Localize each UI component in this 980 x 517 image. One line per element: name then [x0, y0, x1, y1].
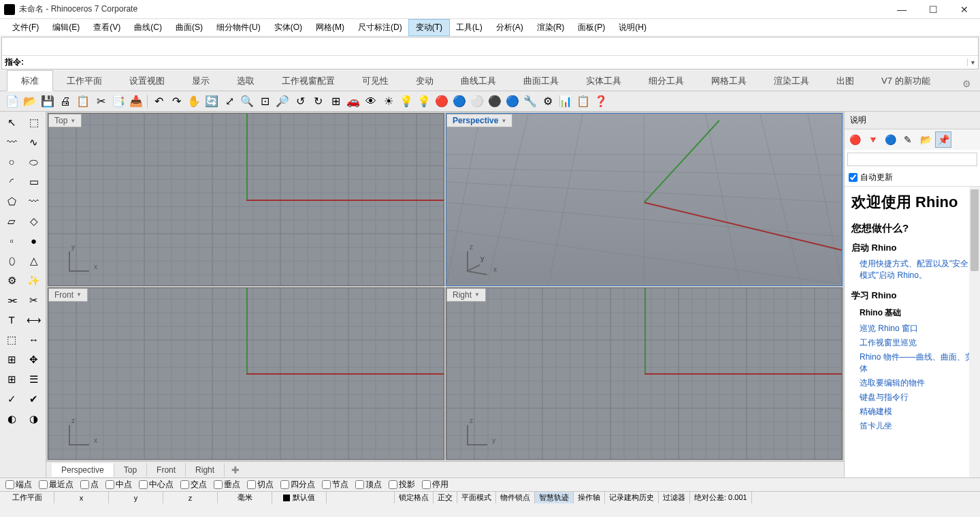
tool-tab[interactable]: 选取: [223, 71, 268, 91]
menu-item[interactable]: 曲线(C): [127, 20, 169, 35]
tool-tab[interactable]: 显示: [178, 71, 223, 91]
command-history[interactable]: [2, 37, 978, 55]
viewport-front[interactable]: Front ▼ z x: [48, 287, 444, 460]
help-search-input[interactable]: [847, 153, 977, 166]
redo-view-icon[interactable]: ↻: [310, 93, 326, 110]
viewport-top[interactable]: Top ▼ y x: [48, 113, 444, 286]
osnap-item[interactable]: 垂点: [214, 479, 240, 490]
lasso-icon[interactable]: ⬚: [24, 113, 44, 131]
osnap-item[interactable]: 最近点: [39, 479, 74, 490]
help-circle-icon[interactable]: 🔴: [847, 132, 862, 147]
help-link-start[interactable]: 使用快捷方式、配置以及"安全模式"启动 Rhino。: [851, 257, 973, 283]
help-link[interactable]: 精确建模: [851, 405, 973, 419]
viewport-perspective[interactable]: Perspective ▼ z x y: [446, 113, 843, 286]
osnap-checkbox[interactable]: [355, 480, 364, 489]
menu-item[interactable]: 网格(M): [309, 20, 351, 35]
help-pen-icon[interactable]: ✎: [900, 132, 915, 147]
status-x[interactable]: x: [54, 492, 109, 503]
view-tab[interactable]: Perspective: [52, 463, 114, 477]
explode-icon[interactable]: ✨: [24, 271, 44, 289]
menu-item[interactable]: 尺寸标注(D): [351, 20, 409, 35]
add-view-tab-button[interactable]: ✚: [225, 463, 246, 477]
material-icon[interactable]: 🔵: [451, 93, 468, 110]
curve-icon[interactable]: ∿: [24, 133, 44, 151]
auto-update-row[interactable]: 自动更新: [845, 169, 980, 187]
status-units[interactable]: 毫米: [218, 492, 272, 503]
arc-icon[interactable]: ◜: [1, 172, 22, 191]
environment-icon[interactable]: 🔵: [504, 93, 521, 110]
osnap-item[interactable]: 节点: [322, 479, 348, 490]
cone-icon[interactable]: △: [24, 251, 44, 270]
tool-tab[interactable]: 工作视窗配置: [268, 71, 348, 91]
tabstrip-settings-icon[interactable]: ⚙: [960, 77, 973, 91]
tool-tab[interactable]: 实体工具: [572, 71, 635, 91]
view-tab[interactable]: Top: [114, 463, 147, 477]
box-icon[interactable]: ▫: [1, 232, 22, 250]
help-icon[interactable]: ❓: [593, 93, 609, 110]
osnap-checkbox[interactable]: [80, 480, 89, 489]
bulb-icon[interactable]: 💡: [416, 93, 432, 110]
sphere2-icon[interactable]: ⚫: [487, 93, 503, 110]
help-folder-icon[interactable]: 📂: [918, 132, 933, 147]
print-icon[interactable]: 🖨: [57, 93, 74, 110]
osnap-item[interactable]: 投影: [389, 479, 415, 490]
move-icon[interactable]: ✥: [24, 350, 44, 369]
status-z[interactable]: z: [163, 492, 218, 503]
render-icon[interactable]: 🔴: [434, 93, 450, 110]
help-link[interactable]: 笛卡儿坐: [851, 419, 973, 433]
status-toggle[interactable]: 锁定格点: [395, 492, 434, 503]
help-scrollbar[interactable]: [969, 187, 980, 477]
tool-tab[interactable]: 变动: [402, 71, 447, 91]
osnap-checkbox[interactable]: [139, 480, 148, 489]
polygon-icon[interactable]: ⬠: [1, 192, 22, 210]
menu-item[interactable]: 渲染(R): [530, 20, 572, 35]
status-toggle[interactable]: 智慧轨迹: [535, 492, 574, 503]
undo-view-icon[interactable]: ↺: [292, 93, 308, 110]
paste-icon[interactable]: 📥: [128, 93, 144, 110]
open-icon[interactable]: 📂: [22, 93, 38, 110]
viewport-label-right[interactable]: Right ▼: [446, 288, 486, 302]
sphere1-icon[interactable]: ⚪: [469, 93, 485, 110]
circle-icon[interactable]: ○: [1, 153, 22, 171]
copy-icon[interactable]: 📑: [110, 93, 127, 110]
undo-icon[interactable]: ↶: [150, 93, 167, 110]
help-link[interactable]: 键盘与指令行: [851, 390, 973, 405]
zoom-extents-icon[interactable]: ⤢: [221, 93, 238, 110]
tool-tab[interactable]: 出图: [823, 71, 868, 91]
status-toggle[interactable]: 记录建构历史: [605, 492, 659, 503]
osnap-item[interactable]: 中心点: [139, 479, 174, 490]
osnap-item[interactable]: 停用: [422, 479, 448, 490]
help-link[interactable]: 工作视窗里巡览: [851, 336, 973, 350]
tool-tab[interactable]: V7 的新功能: [868, 71, 944, 91]
osnap-item[interactable]: 中点: [105, 479, 132, 490]
osnap-item[interactable]: 点: [80, 479, 99, 490]
more2-icon[interactable]: ◑: [24, 409, 44, 428]
menu-item[interactable]: 编辑(E): [46, 20, 86, 35]
layer-icon[interactable]: ☰: [24, 370, 44, 388]
named-view-icon[interactable]: 👁: [363, 93, 379, 110]
osnap-item[interactable]: 四分点: [280, 479, 315, 490]
grid-icon[interactable]: ⊞: [1, 370, 22, 388]
status-cplane[interactable]: 工作平面: [0, 492, 54, 503]
osnap-item[interactable]: 交点: [180, 479, 207, 490]
osnap-checkbox[interactable]: [5, 480, 14, 489]
align-icon[interactable]: ⬚: [1, 330, 22, 349]
status-toggle[interactable]: 过滤器: [659, 492, 690, 503]
help-link[interactable]: Rhino 物件——曲线、曲面、实体: [851, 350, 973, 376]
plane-icon[interactable]: ◇: [24, 212, 44, 230]
rectangle-icon[interactable]: ▭: [24, 172, 44, 191]
zoom-icon[interactable]: 🔎: [274, 93, 291, 110]
cylinder-icon[interactable]: ⬯: [1, 251, 22, 270]
osnap-checkbox[interactable]: [214, 480, 223, 489]
menu-item[interactable]: 细分物件(U): [210, 20, 267, 35]
osnap-item[interactable]: 端点: [5, 479, 32, 490]
properties-icon[interactable]: 📋: [575, 93, 591, 110]
status-toggle[interactable]: 操作轴: [574, 492, 605, 503]
sphere-icon[interactable]: ●: [24, 232, 44, 250]
help-wedge-icon[interactable]: 🔻: [865, 132, 880, 147]
osnap-checkbox[interactable]: [389, 480, 397, 489]
help-pin-icon[interactable]: 📌: [936, 132, 951, 147]
tool-tab[interactable]: 可见性: [348, 71, 402, 91]
menu-item[interactable]: 曲面(S): [169, 20, 210, 35]
menu-item[interactable]: 查看(V): [86, 20, 127, 35]
